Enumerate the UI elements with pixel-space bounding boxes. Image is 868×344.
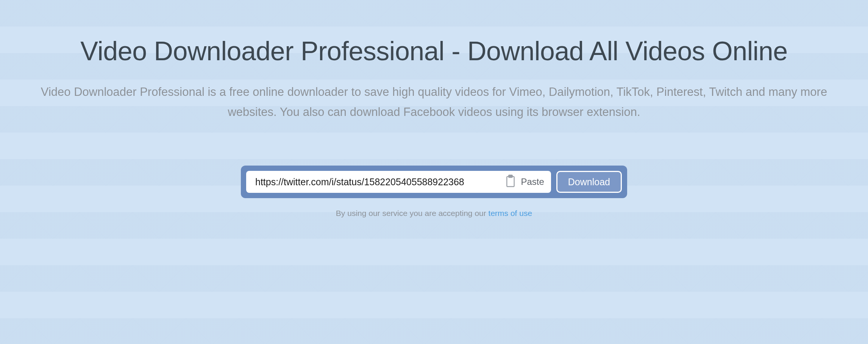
svg-rect-1 [509, 175, 513, 178]
page-title: Video Downloader Professional - Download… [80, 36, 787, 66]
download-button[interactable]: Download [556, 171, 622, 193]
terms-prefix: By using our service you are accepting o… [336, 209, 489, 217]
url-input[interactable] [255, 177, 501, 188]
download-form: Paste Download [241, 166, 627, 198]
page-subtitle: Video Downloader Professional is a free … [36, 82, 832, 122]
clipboard-icon [505, 175, 516, 189]
terms-line: By using our service you are accepting o… [336, 209, 532, 218]
svg-rect-0 [507, 177, 514, 187]
paste-label: Paste [521, 177, 544, 187]
paste-button[interactable]: Paste [501, 175, 544, 189]
terms-of-use-link[interactable]: terms of use [489, 209, 532, 217]
url-input-wrapper: Paste [246, 171, 551, 193]
